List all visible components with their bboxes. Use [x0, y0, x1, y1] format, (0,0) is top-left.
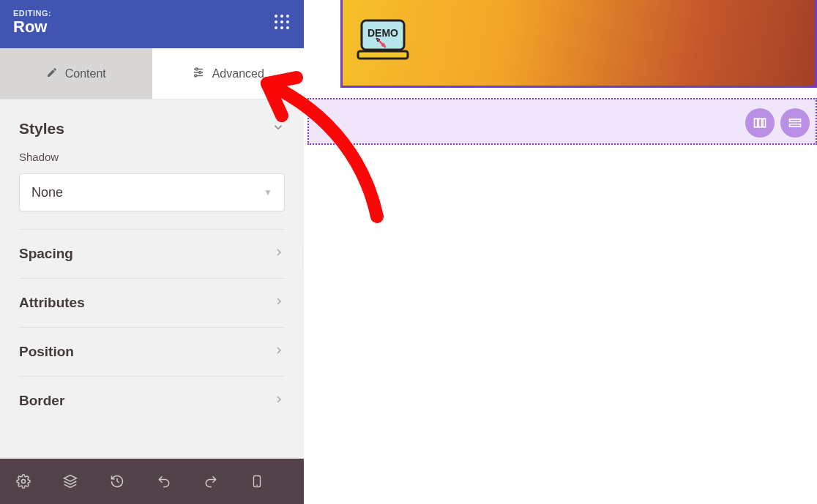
panel-body: Styles Shadow None ▼ Spacing Attributes	[0, 99, 304, 504]
editing-label: EDITING:	[13, 9, 51, 18]
shadow-label: Shadow	[19, 151, 285, 163]
svg-rect-16	[755, 119, 758, 127]
styles-section-header[interactable]: Styles	[19, 116, 285, 151]
undo-button[interactable]	[157, 474, 171, 489]
accordion-label: Attributes	[19, 295, 85, 311]
svg-rect-20	[790, 124, 801, 127]
empty-row-dropzone[interactable]	[307, 98, 817, 145]
svg-point-3	[195, 68, 198, 70]
settings-button[interactable]	[16, 474, 31, 489]
svg-rect-17	[758, 119, 761, 127]
mobile-preview-button[interactable]	[250, 473, 264, 489]
tab-advanced[interactable]: Advanced	[152, 48, 305, 99]
tab-advanced-label: Advanced	[212, 67, 264, 80]
svg-rect-19	[790, 119, 801, 121]
sliders-icon	[192, 66, 205, 82]
svg-point-4	[198, 71, 201, 73]
svg-point-5	[194, 75, 196, 77]
bottom-toolbar	[0, 459, 304, 504]
svg-text:DEMO: DEMO	[368, 27, 398, 39]
layers-button[interactable]	[63, 474, 78, 489]
canvas[interactable]: DEMO	[304, 0, 817, 504]
chevron-right-icon	[273, 295, 285, 311]
shadow-field: Shadow None ▼	[19, 151, 285, 211]
svg-line-9	[117, 481, 119, 483]
hero-section[interactable]: DEMO	[340, 0, 817, 88]
accordion-attributes[interactable]: Attributes	[19, 279, 285, 328]
sidebar-header: EDITING: Row	[0, 0, 304, 48]
pencil-icon	[46, 67, 58, 81]
sidebar-tabs: Content Advanced	[0, 48, 304, 99]
styles-heading: Styles	[19, 120, 64, 138]
accordion-label: Position	[19, 344, 74, 360]
svg-point-6	[22, 480, 26, 484]
history-button[interactable]	[110, 474, 124, 489]
tab-content-label: Content	[65, 67, 106, 80]
chevron-right-icon	[273, 344, 285, 360]
dropdown-caret-icon: ▼	[264, 187, 272, 198]
drag-handle-icon[interactable]	[275, 15, 291, 31]
editor-sidebar: EDITING: Row Content Advanced Styles	[0, 0, 304, 504]
accordion-position[interactable]: Position	[19, 328, 285, 377]
chevron-down-icon	[272, 121, 285, 137]
accordion-label: Spacing	[19, 246, 73, 262]
chevron-right-icon	[273, 393, 285, 409]
redo-button[interactable]	[204, 474, 218, 489]
accordion-spacing[interactable]: Spacing	[19, 230, 285, 279]
accordion-border[interactable]: Border	[19, 377, 285, 425]
demo-laptop-icon: DEMO	[356, 18, 410, 61]
add-row-button[interactable]	[780, 108, 810, 138]
editing-title: Row	[13, 18, 51, 37]
svg-rect-13	[358, 51, 408, 59]
shadow-value: None	[31, 185, 63, 200]
accordion-label: Border	[19, 393, 64, 409]
chevron-right-icon	[273, 246, 285, 262]
svg-rect-18	[763, 119, 765, 127]
tab-content[interactable]: Content	[0, 48, 152, 99]
shadow-select[interactable]: None ▼	[19, 173, 285, 211]
add-columns-button[interactable]	[745, 108, 775, 138]
svg-marker-7	[64, 475, 77, 481]
